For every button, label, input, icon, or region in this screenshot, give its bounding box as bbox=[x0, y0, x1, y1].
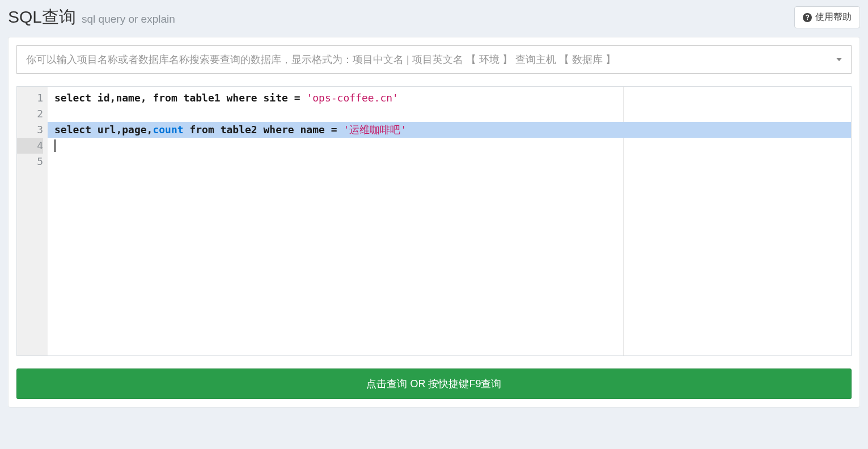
line-number: 1 bbox=[17, 90, 43, 106]
line-number: 4 bbox=[17, 138, 43, 154]
sql-editor[interactable]: 1 2 3 4 5 select id,name, from table1 wh… bbox=[16, 86, 852, 356]
code-line bbox=[54, 106, 851, 122]
line-number: 2 bbox=[17, 106, 43, 122]
run-query-button[interactable]: 点击查询 OR 按快捷键F9查询 bbox=[16, 368, 852, 399]
title-group: SQL查询 sql query or explain bbox=[8, 6, 175, 29]
editor-code-area[interactable]: select id,name, from table1 where site =… bbox=[48, 87, 851, 355]
help-button-label: 使用帮助 bbox=[815, 11, 852, 23]
help-button[interactable]: 使用帮助 bbox=[794, 6, 860, 28]
run-query-label: 点击查询 OR 按快捷键F9查询 bbox=[366, 378, 501, 389]
cursor-icon bbox=[54, 139, 56, 152]
database-select-placeholder: 你可以输入项目名称或者数据库名称搜索要查询的数据库，显示格式为：项目中文名 | … bbox=[26, 53, 616, 66]
database-select[interactable]: 你可以输入项目名称或者数据库名称搜索要查询的数据库，显示格式为：项目中文名 | … bbox=[16, 45, 852, 74]
code-line bbox=[54, 154, 851, 170]
line-number: 5 bbox=[17, 154, 43, 170]
page-title: SQL查询 bbox=[8, 6, 76, 29]
code-line bbox=[54, 138, 851, 154]
line-number: 3 bbox=[17, 122, 43, 138]
caret-down-icon bbox=[836, 58, 842, 61]
page-header: SQL查询 sql query or explain 使用帮助 bbox=[0, 0, 868, 37]
page-subtitle: sql query or explain bbox=[82, 13, 175, 26]
main-panel: 你可以输入项目名称或者数据库名称搜索要查询的数据库，显示格式为：项目中文名 | … bbox=[8, 37, 860, 408]
question-circle-icon bbox=[803, 13, 812, 22]
code-line: select id,name, from table1 where site =… bbox=[54, 90, 851, 106]
code-line: select url,page,count from table2 where … bbox=[48, 122, 851, 138]
editor-gutter: 1 2 3 4 5 bbox=[17, 87, 48, 355]
